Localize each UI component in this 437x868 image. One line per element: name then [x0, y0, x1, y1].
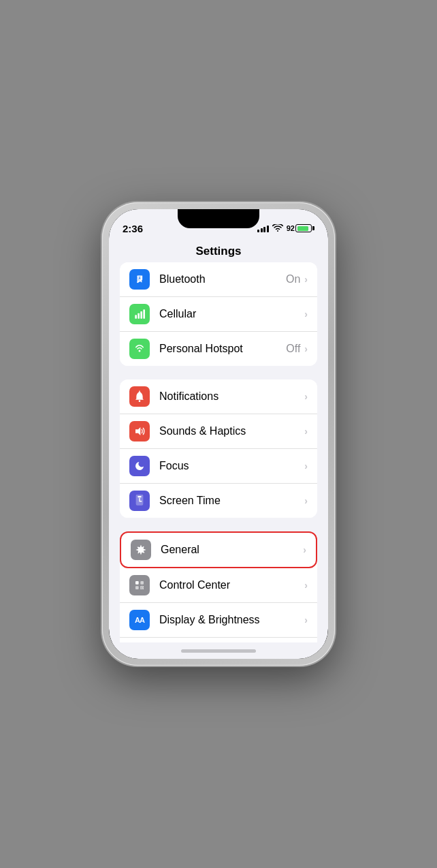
home-bar [181, 649, 256, 653]
bluetooth-row[interactable]: Bluetooth On › [120, 262, 317, 297]
svg-rect-12 [135, 581, 139, 585]
bluetooth-label: Bluetooth [159, 273, 286, 285]
svg-point-11 [139, 548, 142, 551]
cellular-label: Cellular [159, 308, 304, 320]
screentime-chevron: › [304, 495, 308, 506]
svg-rect-6 [139, 390, 140, 392]
controlcenter-icon [129, 575, 150, 595]
focus-chevron: › [304, 461, 308, 471]
general-row[interactable]: General › [120, 531, 317, 568]
svg-rect-13 [140, 581, 144, 585]
svg-rect-14 [135, 586, 139, 589]
svg-rect-0 [135, 315, 137, 318]
notifications-chevron: › [304, 391, 308, 402]
homescreen-row[interactable]: Home Screen › [120, 638, 317, 642]
screentime-icon [129, 491, 150, 511]
home-indicator [109, 642, 328, 659]
status-time: 2:36 [123, 223, 143, 234]
svg-point-4 [139, 350, 141, 352]
controlcenter-label: Control Center [159, 579, 304, 591]
status-icons: 92 [257, 224, 314, 232]
signal-icon [257, 224, 269, 232]
svg-rect-3 [143, 309, 145, 318]
sounds-row[interactable]: Sounds & Haptics › [120, 414, 317, 449]
display-icon: AA [129, 610, 150, 630]
svg-marker-7 [135, 427, 140, 435]
notifications-row[interactable]: Notifications › [120, 379, 317, 414]
notch [178, 209, 259, 228]
hotspot-row[interactable]: Personal Hotspot Off › [120, 332, 317, 366]
display-chevron: › [304, 615, 308, 625]
bluetooth-icon [129, 269, 150, 290]
sounds-chevron: › [304, 426, 308, 437]
general-icon [131, 540, 151, 560]
screentime-label: Screen Time [159, 495, 304, 507]
svg-rect-2 [140, 311, 142, 319]
general-label: General [161, 544, 303, 556]
svg-rect-9 [137, 496, 142, 497]
hotspot-label: Personal Hotspot [159, 343, 286, 355]
display-row[interactable]: AA Display & Brightness › [120, 603, 317, 638]
svg-rect-1 [137, 313, 140, 319]
wifi-icon [272, 224, 283, 232]
screentime-row[interactable]: Screen Time › [120, 484, 317, 518]
controlcenter-row[interactable]: Control Center › [120, 568, 317, 603]
bluetooth-value: On [286, 273, 300, 285]
status-bar: 2:36 92 [109, 209, 328, 239]
hotspot-chevron: › [304, 343, 308, 354]
cellular-chevron: › [304, 309, 308, 320]
phone-frame: 2:36 92 [102, 202, 335, 666]
bluetooth-chevron: › [304, 274, 308, 285]
page-title: Settings [109, 239, 328, 262]
display-label: Display & Brightness [159, 614, 304, 626]
svg-point-17 [142, 587, 143, 589]
settings-list[interactable]: Bluetooth On › Cel [109, 262, 328, 642]
notifications-label: Notifications [159, 390, 304, 403]
svg-point-5 [139, 400, 141, 402]
screen-content: 2:36 92 [109, 209, 328, 659]
focus-label: Focus [159, 460, 304, 472]
general-group: General › [120, 531, 317, 642]
general-chevron: › [303, 544, 306, 555]
cellular-icon [129, 304, 150, 324]
hotspot-icon [129, 339, 150, 359]
connectivity-group: Bluetooth On › Cel [120, 262, 317, 366]
hotspot-value: Off [286, 343, 300, 355]
cellular-row[interactable]: Cellular › [120, 297, 317, 332]
battery-percent: 92 [287, 224, 295, 232]
sounds-icon [129, 421, 150, 441]
sounds-label: Sounds & Haptics [159, 425, 304, 437]
notifications-icon [129, 386, 150, 407]
focus-icon [129, 456, 150, 476]
notifications-group: Notifications › Sounds & Haptics › [120, 379, 317, 518]
controlcenter-chevron: › [304, 580, 308, 591]
focus-row[interactable]: Focus › [120, 449, 317, 484]
phone-screen: 2:36 92 [109, 209, 328, 659]
battery-icon: 92 [287, 224, 314, 232]
